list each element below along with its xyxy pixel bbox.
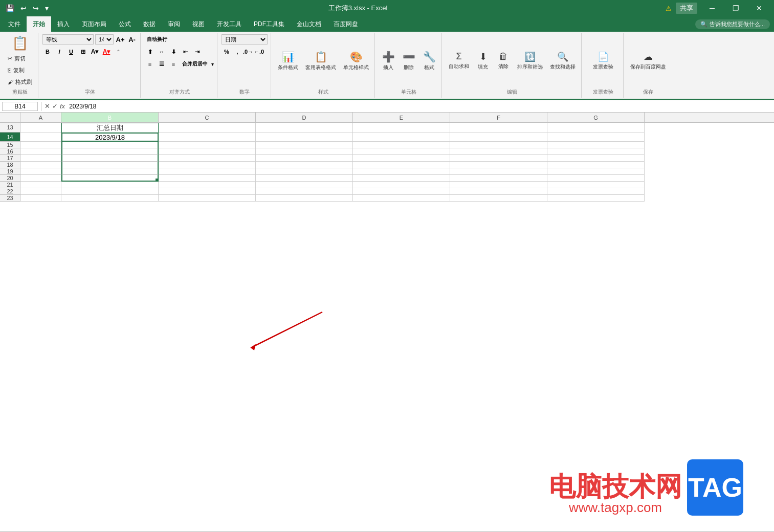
font-size-select[interactable]: 14 [95, 34, 114, 45]
cell-f19[interactable] [450, 168, 547, 175]
tab-insert[interactable]: 插入 [51, 16, 76, 32]
increase-indent-button[interactable]: ⇥ [192, 47, 202, 57]
cell-f17[interactable] [450, 155, 547, 162]
cell-g17[interactable] [547, 155, 645, 162]
format-button[interactable]: 🔧 格式 [420, 49, 438, 73]
cell-g14[interactable] [547, 132, 645, 142]
cell-a13[interactable] [20, 123, 61, 132]
cell-a20[interactable] [20, 175, 61, 182]
cell-b19[interactable] [61, 168, 159, 175]
row-header-16[interactable]: 16 [0, 148, 20, 155]
cell-a21[interactable] [20, 182, 61, 188]
save-icon[interactable]: 💾 [4, 4, 16, 12]
cell-f22[interactable] [450, 188, 547, 195]
align-right-button[interactable]: ≡ [168, 59, 179, 69]
cell-e13[interactable] [353, 123, 450, 132]
cell-e14[interactable] [353, 132, 450, 142]
find-select-button[interactable]: 🔍 查找和选择 [547, 50, 578, 72]
tab-developer[interactable]: 开发工具 [211, 16, 248, 32]
col-header-b[interactable]: B [61, 113, 159, 122]
tab-view[interactable]: 视图 [186, 16, 211, 32]
cell-g22[interactable] [547, 188, 645, 195]
cell-c23[interactable] [159, 195, 256, 202]
paste-button[interactable]: 📋 [8, 34, 32, 53]
restore-button[interactable]: ❐ [725, 0, 746, 16]
row-header-22[interactable]: 22 [0, 188, 20, 195]
auto-sum-button[interactable]: Σ 自动求和 [446, 50, 472, 72]
cell-d15[interactable] [256, 142, 353, 148]
cell-c22[interactable] [159, 188, 256, 195]
minimize-button[interactable]: ─ [701, 0, 723, 16]
cell-g20[interactable] [547, 175, 645, 182]
cell-e15[interactable] [353, 142, 450, 148]
cell-f20[interactable] [450, 175, 547, 182]
increase-font-size-button[interactable]: A+ [115, 34, 125, 45]
cell-d13[interactable] [256, 123, 353, 132]
cell-g16[interactable] [547, 148, 645, 155]
cell-b14[interactable]: 2023/9/18 [61, 132, 159, 142]
col-header-a[interactable]: A [20, 113, 61, 122]
cell-d19[interactable] [256, 168, 353, 175]
cell-b20[interactable] [61, 175, 159, 182]
cell-c18[interactable] [159, 162, 256, 168]
cell-d21[interactable] [256, 182, 353, 188]
cell-a22[interactable] [20, 188, 61, 195]
table-format-button[interactable]: 📋 套用表格格式 [303, 49, 339, 73]
cell-g13[interactable] [547, 123, 645, 132]
merge-dropdown[interactable]: ▾ [211, 61, 214, 67]
col-header-g[interactable]: G [547, 113, 645, 122]
cell-f15[interactable] [450, 142, 547, 148]
cell-a16[interactable] [20, 148, 61, 155]
formula-input[interactable] [67, 103, 772, 110]
cell-g15[interactable] [547, 142, 645, 148]
col-header-d[interactable]: D [256, 113, 353, 122]
more-font-button[interactable]: ⌃ [113, 47, 123, 57]
tab-pdf[interactable]: PDF工具集 [248, 16, 291, 32]
cell-c20[interactable] [159, 175, 256, 182]
cell-e21[interactable] [353, 182, 450, 188]
cell-styles-button[interactable]: 🎨 单元格样式 [341, 49, 371, 73]
cell-e16[interactable] [353, 148, 450, 155]
fill-button[interactable]: ⬇ 填充 [474, 50, 492, 72]
wrap-text-button[interactable]: 自动换行 [145, 34, 169, 45]
cell-c17[interactable] [159, 155, 256, 162]
share-label[interactable]: 共享 [676, 3, 697, 14]
confirm-formula-icon[interactable]: ✓ [52, 102, 58, 110]
cell-f23[interactable] [450, 195, 547, 202]
cancel-formula-icon[interactable]: ✕ [45, 102, 50, 110]
clear-button[interactable]: 🗑 清除 [494, 50, 513, 72]
increase-decimal-button[interactable]: .0→ [243, 47, 253, 57]
cell-b23[interactable] [61, 195, 159, 202]
row-header-20[interactable]: 20 [0, 175, 20, 182]
border-button[interactable]: ⊞ [78, 47, 88, 57]
search-placeholder[interactable]: 告诉我您想要做什么... [710, 20, 765, 28]
sort-filter-button[interactable]: 🔃 排序和筛选 [515, 50, 545, 72]
corner-cell[interactable] [0, 113, 20, 122]
cell-d23[interactable] [256, 195, 353, 202]
save-baidu-button[interactable]: ☁ 保存到百度网盘 [628, 50, 669, 72]
copy-button[interactable]: ⎘ 复制 [5, 64, 35, 76]
cell-c21[interactable] [159, 182, 256, 188]
cell-d14[interactable] [256, 132, 353, 142]
cell-reference-input[interactable]: B14 [2, 102, 38, 111]
align-top-button[interactable]: ⬆ [145, 47, 155, 57]
tab-wps[interactable]: 金山文档 [291, 16, 327, 32]
cell-a19[interactable] [20, 168, 61, 175]
tab-page-layout[interactable]: 页面布局 [76, 16, 113, 32]
cell-b13[interactable]: 汇总日期 [61, 123, 159, 132]
col-header-c[interactable]: C [159, 113, 256, 122]
bold-button[interactable]: B [42, 47, 53, 57]
cell-d17[interactable] [256, 155, 353, 162]
insert-function-icon[interactable]: fx [60, 102, 65, 110]
row-header-18[interactable]: 18 [0, 162, 20, 168]
cell-e18[interactable] [353, 162, 450, 168]
align-bottom-button[interactable]: ⬇ [168, 47, 179, 57]
row-header-13[interactable]: 13 [0, 123, 20, 132]
fill-color-button[interactable]: A▾ [90, 47, 100, 57]
delete-button[interactable]: ➖ 删除 [400, 49, 418, 73]
percent-button[interactable]: % [222, 47, 232, 57]
merge-center-button[interactable]: 合并后居中 [180, 59, 210, 69]
row-header-17[interactable]: 17 [0, 155, 20, 162]
cell-f18[interactable] [450, 162, 547, 168]
cell-a17[interactable] [20, 155, 61, 162]
